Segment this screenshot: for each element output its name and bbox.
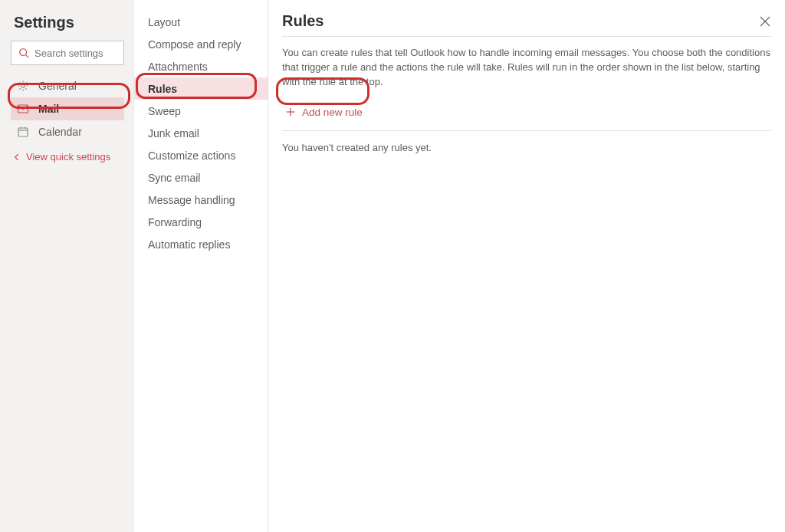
sidebar-item-calendar[interactable]: Calendar <box>11 120 124 143</box>
sidebar-item-mail[interactable]: Mail <box>11 97 124 120</box>
subnav-sweep[interactable]: Sweep <box>134 100 268 122</box>
subnav-rules[interactable]: Rules <box>134 77 268 100</box>
page-title: Rules <box>282 12 324 30</box>
subnav-label: Sweep <box>148 105 181 117</box>
subnav-label: Junk email <box>148 127 199 140</box>
sidebar-item-label: General <box>38 80 77 92</box>
settings-sidebar: Settings General Mail Calendar View quic… <box>0 0 134 532</box>
subnav-label: Layout <box>148 16 180 28</box>
svg-line-1 <box>26 55 29 58</box>
sidebar-item-label: Mail <box>38 103 59 115</box>
mail-subnav: Layout Compose and reply Attachments Rul… <box>134 0 268 532</box>
subnav-message-handling[interactable]: Message handling <box>134 189 268 211</box>
subnav-label: Sync email <box>148 172 200 184</box>
close-icon[interactable] <box>759 15 771 28</box>
svg-point-2 <box>21 84 25 87</box>
search-input[interactable] <box>30 47 165 60</box>
subnav-label: Customize actions <box>148 149 235 162</box>
subnav-junk-email[interactable]: Junk email <box>134 122 268 144</box>
svg-rect-4 <box>18 128 28 136</box>
subnav-label: Message handling <box>148 194 235 206</box>
subnav-label: Rules <box>148 83 177 95</box>
svg-point-0 <box>20 49 27 56</box>
mail-icon <box>17 103 29 115</box>
sidebar-item-label: Calendar <box>38 126 82 138</box>
subnav-customize-actions[interactable]: Customize actions <box>134 144 268 166</box>
add-rule-label: Add new rule <box>302 107 363 118</box>
add-new-rule-button[interactable]: Add new rule <box>282 100 366 124</box>
gear-icon <box>17 80 29 92</box>
chevron-left-icon <box>12 153 21 162</box>
rules-empty-state: You haven't created any rules yet. <box>282 142 771 153</box>
subnav-sync-email[interactable]: Sync email <box>134 166 268 189</box>
sidebar-item-general[interactable]: General <box>11 74 124 97</box>
quick-settings-label: View quick settings <box>26 151 110 163</box>
subnav-label: Automatic replies <box>148 238 230 251</box>
search-settings[interactable] <box>11 41 124 65</box>
subnav-automatic-replies[interactable]: Automatic replies <box>134 233 268 255</box>
rules-panel: Rules You can create rules that tell Out… <box>268 0 785 532</box>
plus-icon <box>285 107 296 117</box>
subnav-label: Attachments <box>148 61 208 73</box>
view-quick-settings-link[interactable]: View quick settings <box>11 151 124 163</box>
divider <box>282 130 771 131</box>
subnav-layout[interactable]: Layout <box>134 11 268 33</box>
search-icon <box>18 48 30 58</box>
settings-title: Settings <box>14 14 121 31</box>
subnav-label: Forwarding <box>148 216 202 228</box>
rules-description: You can create rules that tell Outlook h… <box>282 46 771 90</box>
subnav-forwarding[interactable]: Forwarding <box>134 211 268 233</box>
calendar-icon <box>17 126 29 138</box>
